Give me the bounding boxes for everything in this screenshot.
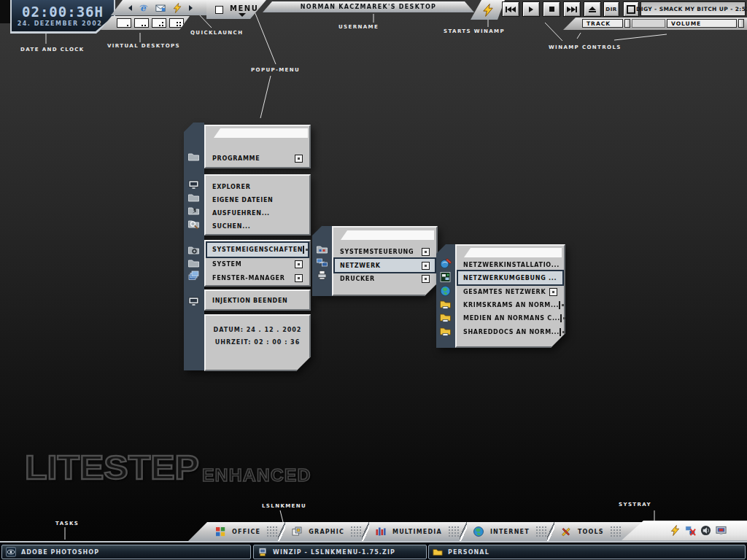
square-icon [627, 5, 635, 14]
tools-icon [560, 526, 572, 537]
winamp-icon[interactable] [172, 3, 182, 13]
task-personal[interactable]: PERSONAL [428, 545, 746, 559]
winamp-sliders: TRACK VOLUME [563, 18, 747, 30]
category-office[interactable]: OFFICE [214, 526, 260, 537]
volume-icon[interactable] [700, 525, 711, 536]
menu-item-systemeigenschaften[interactable]: SYSTEMEIGENSCHAFTEN [207, 243, 308, 257]
submenu-indicator [295, 274, 303, 282]
menu-item-injektion-beenden[interactable]: INJEKTION BEENDEN [207, 293, 308, 308]
volume-slider-handle[interactable] [738, 19, 744, 28]
network-offline-icon[interactable] [685, 525, 696, 536]
submenu-indicator [560, 314, 562, 322]
menu-checkbox-icon [215, 6, 223, 14]
windows-stack-icon [187, 270, 200, 281]
menu-button-label: MENU [230, 4, 258, 12]
separator [350, 522, 369, 541]
multimedia-icon [375, 526, 387, 537]
folders-icon [187, 151, 200, 163]
menu-item-fenster-manager[interactable]: FENSTER-MANAGER [207, 271, 308, 285]
eject-icon [589, 7, 596, 12]
winamp-next-button[interactable] [563, 1, 581, 17]
menu-item-shareddocs[interactable]: SHAREDDOCS AN NORM... [458, 325, 562, 338]
submenu-indicator [559, 301, 560, 309]
separator [535, 522, 554, 541]
popup-menu-network: NETZWERKINSTALLATIO... NETZWERKUMGEBUNG … [436, 243, 565, 349]
menu-header-strip [462, 248, 562, 257]
submenu-indicator [560, 328, 561, 336]
menu-item-explorer[interactable]: EXPLORER [207, 180, 308, 193]
username-strip: NORMAN KACZMAREK'S DESKTOP [263, 1, 474, 12]
winamp-prev-button[interactable] [502, 1, 519, 17]
category-internet[interactable]: INTERNET [473, 526, 530, 537]
popup-menu-system: SYSTEMSTEUERUNG NETZWERK DRUCKER [312, 225, 438, 298]
systray [622, 521, 747, 540]
annotation-lslnkmenu: LSLNKMENU [262, 503, 306, 509]
menu-item-programme[interactable]: PROGRAMME [207, 151, 308, 166]
menu-item-krimskrams[interactable]: KRIMSKRAMS AN NORM... [458, 298, 562, 311]
menu-item-gesamtes-netzwerk[interactable]: GESAMTES NETZWERK [458, 285, 562, 298]
menu-item-netzwerkinstallation[interactable]: NETZWERKINSTALLATIO... [458, 258, 562, 271]
submenu-indicator [303, 246, 304, 254]
annotation-starts-winamp: STARTS WINAMP [444, 28, 505, 34]
category-graphic[interactable]: GRAPHIC [291, 526, 344, 537]
network-neighborhood-icon [439, 271, 452, 283]
winamp-start-button[interactable] [471, 0, 505, 20]
username-label: NORMAN KACZMAREK'S DESKTOP [301, 4, 436, 10]
virtual-desktop-2[interactable] [134, 18, 149, 28]
menu-item-netzwerk[interactable]: NETZWERK [335, 259, 435, 272]
separator [266, 522, 285, 541]
play-icon [529, 7, 533, 12]
virtual-desktop-4[interactable] [169, 18, 184, 28]
menu-item-system[interactable]: SYSTEM [207, 257, 308, 271]
properties-icon [187, 244, 200, 256]
internet-globe-icon [473, 526, 484, 537]
menu-item-medien[interactable]: MEDIEN AN NORMANS C... [458, 311, 562, 324]
virtual-desktop-1[interactable] [117, 18, 131, 28]
scroll-left-icon[interactable] [128, 5, 132, 11]
category-multimedia[interactable]: MULTIMEDIA [375, 526, 442, 537]
internet-explorer-icon[interactable] [139, 3, 149, 13]
winamp-stop-button[interactable] [543, 1, 560, 17]
menu-item-drucker[interactable]: DRUCKER [335, 272, 435, 285]
task-winzip[interactable]: WINZIP - LSLNKMENU-1.75.ZIP [253, 545, 427, 559]
track-slider-label: TRACK [582, 19, 623, 28]
menu-box: NETZWERKINSTALLATIO... NETZWERKUMGEBUNG … [455, 244, 565, 348]
graphic-icon [291, 526, 303, 537]
run-icon [187, 205, 200, 217]
winamp-dir-button[interactable]: DIR [603, 1, 619, 17]
clock-time: 02:00:36H [12, 4, 114, 20]
virtual-desktop-3[interactable] [152, 18, 166, 28]
scroll-right-icon[interactable] [189, 5, 193, 11]
annotation-popup-menu: POPUP-MENU [251, 67, 300, 73]
submenu-indicator [549, 288, 557, 296]
separator [448, 522, 467, 541]
category-tools[interactable]: TOOLS [560, 526, 604, 537]
desktop: e [0, 0, 747, 560]
winamp-eject-button[interactable] [584, 1, 601, 17]
track-slider-handle[interactable] [624, 19, 630, 28]
menu-item-ausfuehren[interactable]: AUSFUEHREN... [207, 206, 308, 219]
menu-item-systemsteuerung[interactable]: SYSTEMSTEUERUNG [335, 245, 435, 258]
winamp-play-button[interactable] [522, 1, 540, 17]
menu-box: EXPLORER EIGENE DATEIEN AUSFUEHREN... SU… [204, 174, 311, 236]
menu-item-netzwerkumgebung[interactable]: NETZWERKUMGEBUNG ... [458, 271, 562, 284]
track-slider-groove[interactable] [632, 19, 665, 28]
menu-item-suchen[interactable]: SUCHEN... [207, 219, 308, 233]
separator [610, 522, 622, 541]
logo-subtitle: ENHANCED [202, 465, 311, 486]
network-icon [316, 257, 328, 268]
folder-icon [433, 547, 443, 557]
clock-date: 24. DEZEMBER 2002 [12, 20, 108, 27]
taskbar: ADOBE PHOTOSHOP WINZIP - LSLNKMENU-1.75.… [0, 541, 747, 560]
menu-item-eigene-dateien[interactable]: EIGENE DATEIEN [207, 193, 308, 206]
winamp-icon[interactable] [670, 525, 681, 536]
search-icon [187, 218, 200, 230]
display-icon[interactable] [716, 525, 727, 536]
mail-icon[interactable] [155, 3, 166, 13]
volume-slider-label: VOLUME [667, 19, 737, 28]
clock-panel-inner: 02:00:36H 24. DEZEMBER 2002 [12, 0, 114, 31]
stop-icon [549, 7, 554, 12]
submenu-indicator [422, 262, 430, 270]
menu-button[interactable]: MENU [206, 0, 266, 19]
task-adobe-photoshop[interactable]: ADOBE PHOTOSHOP [1, 545, 251, 559]
